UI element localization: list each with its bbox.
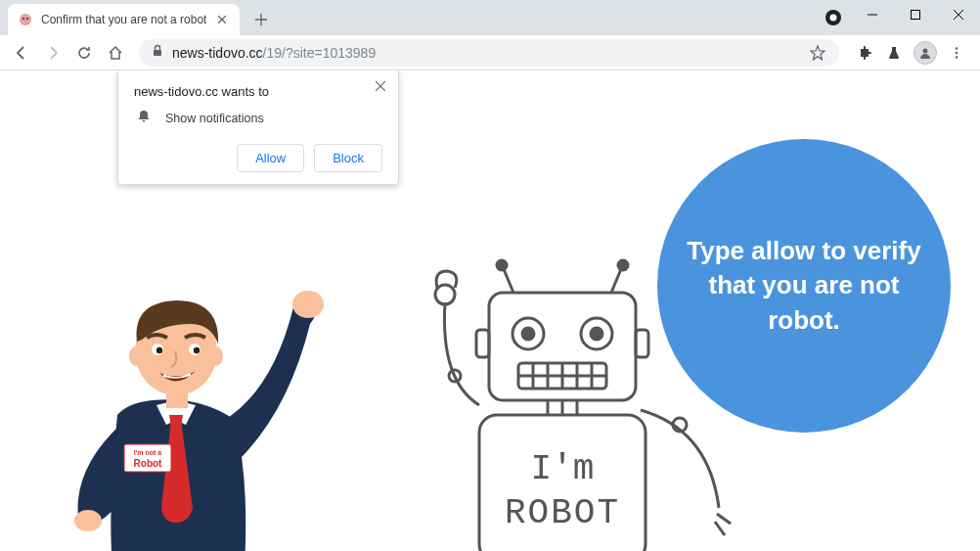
browser-tab[interactable]: Confirm that you are not a robot: [8, 4, 240, 35]
window-titlebar: Confirm that you are not a robot: [0, 0, 980, 35]
svg-point-10: [956, 56, 958, 59]
svg-point-7: [923, 48, 928, 53]
allow-button[interactable]: Allow: [237, 144, 304, 172]
svg-point-2: [26, 18, 28, 20]
svg-point-0: [20, 14, 31, 25]
block-button[interactable]: Block: [314, 144, 382, 172]
browser-toolbar: news-tidovo.cc/19/?site=1013989: [0, 35, 980, 70]
svg-point-35: [591, 328, 602, 340]
browser-menu-icon[interactable]: [947, 43, 966, 63]
svg-point-22: [435, 285, 455, 304]
window-maximize-button[interactable]: [894, 0, 937, 29]
profile-avatar-icon[interactable]: [913, 41, 937, 65]
svg-line-28: [611, 269, 621, 293]
svg-rect-5: [912, 11, 920, 20]
dialog-actions: Allow Block: [134, 144, 382, 172]
svg-point-17: [209, 346, 223, 366]
svg-rect-31: [636, 330, 648, 357]
notification-permission-dialog: news-tidovo.cc wants to Show notificatio…: [117, 70, 399, 185]
url-text: news-tidovo.cc/19/?site=1013989: [172, 45, 800, 61]
url-domain: news-tidovo.cc: [172, 45, 263, 61]
profile-indicator-icon: [824, 8, 843, 27]
tab-title: Confirm that you are not a robot: [41, 13, 206, 26]
extension-flask-icon[interactable]: [884, 43, 904, 63]
new-tab-button[interactable]: [247, 6, 275, 33]
svg-line-26: [504, 269, 513, 293]
svg-point-4: [830, 15, 837, 22]
svg-point-1: [22, 18, 24, 20]
dialog-close-icon[interactable]: [373, 78, 388, 94]
extensions-puzzle-icon[interactable]: [855, 43, 874, 63]
nav-home-button[interactable]: [102, 39, 129, 67]
robot-illustration: I'm ROBOT: [386, 234, 758, 551]
window-minimize-button[interactable]: [851, 0, 894, 29]
nav-back-button[interactable]: [8, 39, 35, 67]
window-close-button[interactable]: [937, 0, 980, 29]
address-bar[interactable]: news-tidovo.cc/19/?site=1013989: [139, 39, 839, 67]
svg-point-33: [522, 328, 534, 340]
extension-icons: [849, 41, 972, 65]
svg-point-8: [956, 47, 958, 50]
robot-text1: I'm: [531, 449, 595, 489]
dialog-title: news-tidovo.cc wants to: [134, 84, 382, 99]
lock-icon: [151, 44, 164, 62]
bell-icon: [136, 109, 152, 128]
svg-rect-6: [154, 50, 161, 56]
dialog-permission-label: Show notifications: [165, 112, 264, 125]
man-illustration: I'm not a Robot: [44, 253, 337, 551]
svg-point-11: [292, 291, 324, 318]
page-content: news-tidovo.cc wants to Show notificatio…: [0, 70, 980, 551]
window-controls: [851, 0, 980, 29]
badge-text2: Robot: [134, 458, 163, 469]
badge-text1: I'm not a: [134, 449, 162, 456]
svg-point-27: [497, 260, 507, 270]
dialog-permission-row: Show notifications: [134, 109, 382, 128]
svg-point-21: [194, 347, 200, 353]
robot-text2: ROBOT: [505, 493, 620, 533]
nav-forward-button[interactable]: [39, 39, 67, 67]
svg-point-12: [74, 510, 102, 531]
svg-rect-30: [476, 330, 489, 357]
svg-point-29: [618, 260, 628, 270]
tab-favicon-icon: [18, 12, 33, 27]
url-path: /19/?site=1013989: [263, 45, 377, 61]
nav-reload-button[interactable]: [70, 39, 98, 67]
svg-point-16: [129, 346, 143, 366]
svg-point-9: [956, 51, 958, 54]
bookmark-star-icon[interactable]: [808, 43, 827, 63]
tab-close-icon[interactable]: [214, 12, 230, 27]
svg-point-19: [156, 347, 162, 353]
